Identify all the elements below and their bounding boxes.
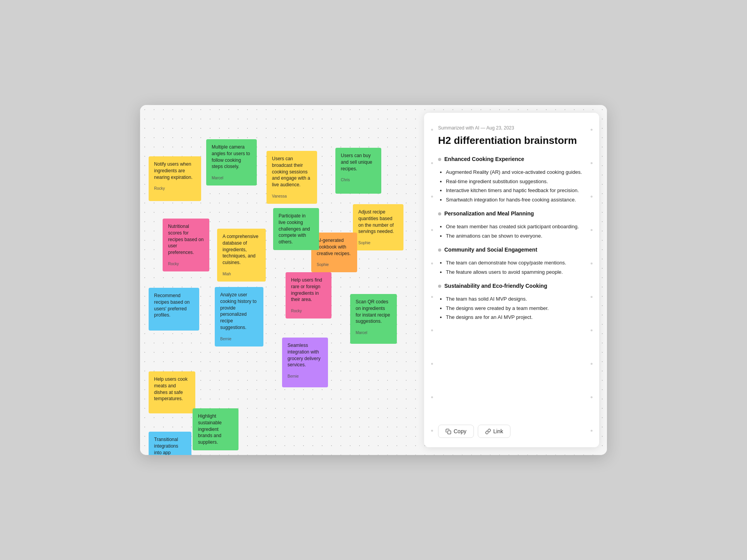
note-text: Users can buy and sell unique recipes. — [341, 152, 376, 172]
note-text: Users can broadcast their cooking sessio… — [272, 156, 312, 188]
note-text: Multiple camera angles for users to foll… — [212, 144, 251, 170]
note-text: A comprehensive database of ingredients,… — [223, 233, 260, 266]
app-window: Multiple camera angles for users to foll… — [140, 105, 607, 455]
note-text: Seamless integration with grocery delive… — [288, 342, 323, 368]
note-author: Marcel — [356, 330, 391, 336]
sticky-note-note4[interactable]: Notify users when ingredients are nearin… — [149, 156, 201, 201]
note-author: Bernie — [220, 336, 258, 342]
note-author: Rocky — [154, 186, 196, 191]
section-item: The designs were created by a team membe… — [446, 304, 585, 312]
sticky-note-note17[interactable]: Transitional integrations into app versi… — [149, 432, 191, 455]
note-author: Vanessa — [272, 194, 312, 199]
section-item: One team member has created sick partici… — [446, 223, 585, 231]
copy-icon — [445, 429, 451, 434]
note-text: Nutritional scores for recipes based on … — [168, 223, 204, 256]
sticky-note-note7[interactable]: A comprehensive database of ingredients,… — [217, 229, 266, 282]
sticky-note-note16[interactable]: Highlight sustainable ingredient brands … — [193, 408, 238, 450]
note-text: Adjust recipe quantities based on the nu… — [358, 209, 398, 235]
note-text: Scan QR codes on ingredients for instant… — [356, 299, 391, 325]
summary-title: H2 differentiation brainstorm — [438, 135, 585, 147]
note-text: Highlight sustainable ingredient brands … — [198, 413, 233, 446]
right-dots-decoration — [588, 113, 594, 447]
section-dot — [438, 248, 441, 252]
section-items: The team has solid AI MVP designs.The de… — [438, 295, 585, 321]
note-text: AI-generated cookbook with creative reci… — [317, 237, 352, 257]
note-author: Chris — [341, 177, 376, 183]
section-item: Augmented Reality (AR) and voice-activat… — [446, 168, 585, 176]
link-label: Link — [493, 428, 503, 434]
sticky-note-note2[interactable]: Users can broadcast their cooking sessio… — [267, 151, 317, 204]
note-text: Help users cook meats and dishes at safe… — [154, 376, 190, 402]
section-item: The feature allows users to avoid spammi… — [446, 268, 585, 276]
link-icon — [485, 429, 491, 434]
sticky-note-note11[interactable]: Analyze user cooking history to provide … — [215, 287, 263, 346]
section-dot — [438, 285, 441, 288]
sticky-note-note9[interactable]: Participate in live cooking challenges a… — [273, 208, 319, 250]
summary-section-sustainability: Sustainability and Eco-friendly CookingT… — [438, 283, 585, 321]
section-item: The designs are for an AI MVP project. — [446, 313, 585, 321]
section-items: The team can demonstrate how copy/paste … — [438, 259, 585, 276]
section-dot — [438, 212, 441, 215]
note-text: Participate in live cooking challenges a… — [279, 213, 314, 245]
summary-actions: Copy Link — [438, 417, 585, 438]
section-title: Personalization and Meal Planning — [444, 210, 534, 217]
section-title: Community and Social Engagement — [444, 247, 537, 253]
note-text: Transitional integrations into app versi… — [154, 436, 186, 455]
section-item: Smartwatch integration for hands-free co… — [446, 196, 585, 204]
summary-sections: Enhanced Cooking ExperienceAugmented Rea… — [438, 156, 585, 328]
link-button[interactable]: Link — [478, 425, 511, 438]
note-text: Help users find rare or foreign ingredie… — [291, 277, 326, 303]
left-dots-decoration — [429, 113, 435, 447]
section-item: The team can demonstrate how copy/paste … — [446, 259, 585, 267]
summary-panel: Summarized with AI — Aug 23, 2023 H2 dif… — [424, 113, 599, 447]
sticky-note-note12[interactable]: Recommend recipes based on users' prefer… — [149, 288, 199, 331]
section-item: Real-time ingredient substitution sugges… — [446, 178, 585, 186]
summary-section-enhanced-cooking: Enhanced Cooking ExperienceAugmented Rea… — [438, 156, 585, 203]
note-text: Recommend recipes based on users' prefer… — [154, 292, 194, 318]
svg-rect-0 — [448, 430, 451, 434]
note-author: Miah — [223, 271, 260, 277]
section-item: The animations can be shown to everyone. — [446, 232, 585, 240]
sticky-note-note3[interactable]: Users can buy and sell unique recipes.Ch… — [335, 148, 381, 194]
note-author: Rocky — [291, 308, 326, 314]
section-title: Enhanced Cooking Experience — [444, 156, 524, 162]
canvas-area[interactable]: Multiple camera angles for users to foll… — [140, 105, 607, 455]
section-item: The team has solid AI MVP designs. — [446, 295, 585, 303]
section-items: One team member has created sick partici… — [438, 223, 585, 240]
note-author: Sophie — [317, 262, 352, 268]
section-title: Sustainability and Eco-friendly Cooking — [444, 283, 547, 289]
note-text: Analyze user cooking history to provide … — [220, 292, 258, 331]
section-items: Augmented Reality (AR) and voice-activat… — [438, 168, 585, 203]
note-author: Bernie — [288, 374, 323, 379]
note-author: Marcel — [212, 175, 251, 181]
sticky-note-note10[interactable]: Help users find rare or foreign ingredie… — [286, 272, 331, 318]
summary-section-community: Community and Social EngagementThe team … — [438, 247, 585, 276]
note-text: Notify users when ingredients are nearin… — [154, 161, 196, 180]
note-author: Sophie — [358, 240, 398, 246]
sticky-note-note14[interactable]: Seamless integration with grocery delive… — [282, 338, 328, 387]
sticky-note-note13[interactable]: Scan QR codes on ingredients for instant… — [350, 294, 397, 344]
sticky-note-note5[interactable]: Adjust recipe quantities based on the nu… — [353, 204, 403, 250]
section-dot — [438, 158, 441, 161]
copy-button[interactable]: Copy — [438, 425, 474, 438]
summary-section-personalization: Personalization and Meal PlanningOne tea… — [438, 210, 585, 240]
sticky-note-note1[interactable]: Multiple camera angles for users to foll… — [206, 139, 257, 186]
note-author: Rocky — [168, 261, 204, 267]
sticky-note-note15[interactable]: Help users cook meats and dishes at safe… — [149, 371, 195, 413]
summary-meta: Summarized with AI — Aug 23, 2023 — [438, 125, 585, 131]
sticky-note-note6[interactable]: Nutritional scores for recipes based on … — [163, 219, 209, 271]
copy-label: Copy — [454, 428, 466, 434]
section-item: Interactive kitchen timers and haptic fe… — [446, 187, 585, 194]
